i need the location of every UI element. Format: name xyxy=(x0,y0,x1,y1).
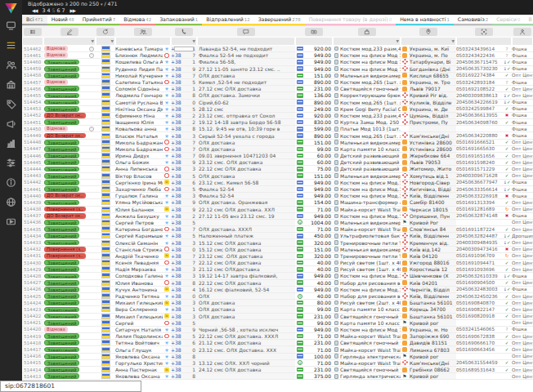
delivery-address-cell[interactable]: Корець 34700 xyxy=(409,306,456,312)
ttn-number-cell[interactable] xyxy=(456,220,502,225)
ttn-number-cell[interactable]: 0501690820918 xyxy=(456,314,502,319)
tab-повернення-товару-в-дорозі-[interactable]: Повернення товару (в дорозі)0 xyxy=(305,15,396,25)
client-phone-cell[interactable]: +38 xyxy=(171,73,187,78)
order-row-514452[interactable]: 514452ДО Возврат ок..Єфименко Ніна✳+3822… xyxy=(22,113,533,119)
client-phone-cell[interactable]: +38 xyxy=(171,59,187,65)
delivery-address-cell[interactable]: Київ 04120 xyxy=(409,253,456,259)
comment-cell[interactable]: 23.12 смс .ОЛХ доставка xyxy=(197,253,295,259)
ttn-number-cell[interactable]: 20450636677947 xyxy=(456,180,502,185)
order-row-514447[interactable]: 514447ЗавершенийМикола Бадражан+387ОЛХ д… xyxy=(22,146,533,153)
comment-cell[interactable]: 22.12 смс ОЛХ доставка xyxy=(197,280,295,286)
delivery-address-cell[interactable]: Давидів 81151 xyxy=(409,340,456,345)
product-cell[interactable]: Маленькая видеокамера SQ8 * xyxy=(340,140,401,145)
comment-cell[interactable]: ОЛХ доставка xyxy=(197,146,295,152)
order-row-514453[interactable]: 514453ЗавершенийНікітіна Оксана Дми..✳+3… xyxy=(22,106,533,113)
order-row-514414[interactable]: 514414ЗавершенийАнна Пастернакlc+38124.1… xyxy=(22,367,533,373)
sidebar-item-globe[interactable] xyxy=(0,193,22,212)
tab-сервіси[interactable]: Сервіси0 xyxy=(492,15,524,25)
ttn-number-cell[interactable]: 0501691666521 xyxy=(456,140,502,145)
product-cell[interactable]: Майка-корсет Waist Trainer *142 xyxy=(340,360,401,366)
column-filter-manager-person[interactable] xyxy=(512,37,533,46)
sidebar-item-orders-list[interactable] xyxy=(0,36,22,56)
delivery-address-cell[interactable]: Київ, Відділенн xyxy=(409,193,456,198)
order-row-514456[interactable]: 514456ЗавершенийСоломія Сідоніна✳+38127.… xyxy=(22,86,533,92)
filter-dropdown-arrow-icon[interactable]: ▼ xyxy=(396,39,399,43)
product-cell[interactable]: Светящийся гоночный трек Ma xyxy=(340,367,401,372)
last-page-button[interactable]: ▶▶ xyxy=(70,8,75,13)
ttn-number-cell[interactable] xyxy=(456,126,502,131)
ttn-number-cell[interactable]: 0501691665630 xyxy=(456,146,502,152)
client-phone-cell[interactable]: +38 xyxy=(171,119,187,125)
order-row-514455[interactable]: 514455ЗавершенийЛюдмила Гончарова✳+388ОЛ… xyxy=(22,92,533,99)
comment-cell[interactable]: 13.12 смс ОЛХ. ХХЛ чорний xyxy=(197,360,295,366)
client-phone-cell[interactable]: +38 xyxy=(171,153,187,158)
product-cell[interactable]: Майка-корсет Waist Trainer *142 xyxy=(340,226,401,232)
comment-cell[interactable]: Фиалка 52-54 не подходит xyxy=(197,52,295,58)
inline-edit-box[interactable] xyxy=(174,47,194,52)
comment-cell[interactable]: 15.12 смс ОЛХ доставка xyxy=(197,239,295,245)
order-row-514434[interactable]: 514434ЗавершенийСергей Карамышев✳+385Нал… xyxy=(22,233,533,239)
ttn-number-cell[interactable]: 0501691096709 xyxy=(456,253,502,259)
client-phone-cell[interactable]: +38 xyxy=(171,193,187,198)
product-cell[interactable]: Корректирующие брюки Hollyw xyxy=(340,92,401,98)
comment-cell[interactable]: Фиалка 52-54 xyxy=(197,186,295,192)
delivery-address-cell[interactable]: Новгород-Сівер xyxy=(409,180,456,185)
comment-cell[interactable]: 15.12. 9:45 не отв, 10:39 горе в xyxy=(197,126,295,131)
sidebar-item-statistics-chart[interactable] xyxy=(0,134,22,154)
delivery-address-cell[interactable]: Хомутець від.1 xyxy=(409,173,456,179)
comment-cell[interactable]: 23.12 смс. ОЛХ Доставка. ХХХ xyxy=(197,346,295,352)
ttn-number-cell[interactable] xyxy=(456,373,502,379)
ttn-number-cell[interactable]: 20400309838613 xyxy=(456,92,502,98)
ttn-number-cell[interactable]: 0501691281689 xyxy=(456,207,502,212)
product-cell[interactable]: Гирлянда электрическая (100 л xyxy=(340,354,401,359)
client-phone-cell[interactable]: +38 xyxy=(171,166,187,172)
order-row-514454[interactable]: 514454ЗавершенийСамотій Руслана Во..✳+38… xyxy=(22,100,533,106)
ttn-number-cell[interactable]: 0503242893184 xyxy=(456,79,502,85)
order-row-514426[interactable]: 514426ЗавершенийКучук Антонинаlc+38416.1… xyxy=(22,287,533,293)
ttn-number-cell[interactable]: 0503242599847 xyxy=(456,106,502,112)
product-cell[interactable]: Набор для рисования в темнот xyxy=(340,280,401,286)
product-cell[interactable]: Рисуй светом (2шт. x 40.00 = 80 xyxy=(340,300,401,305)
delivery-address-cell[interactable]: Київ від.142 xyxy=(409,247,456,252)
delivery-address-cell[interactable]: Кам'янське(Дні xyxy=(409,132,456,138)
order-row-514442[interactable]: 514442ЗавершенийСергієнко Ірина Ми..lc+3… xyxy=(22,180,533,186)
ttn-number-cell[interactable]: 20450636613955 xyxy=(456,113,502,118)
order-row-514461[interactable]: 514461Відмова!Близнюк Людмила ..+387Фиал… xyxy=(22,52,533,59)
delivery-address-cell[interactable]: Украина, м. Киї xyxy=(409,46,456,51)
order-row-514417[interactable]: 514417ЗавершенийОльга Глущук✳+38023.12 с… xyxy=(22,346,533,353)
product-cell[interactable]: Майка-корсет Waist Trainer *142 xyxy=(340,333,401,339)
ttn-number-cell[interactable]: 20450632874148 xyxy=(456,213,502,219)
product-cell[interactable]: Рисуй светом (1шт. x 40.00 = 40 xyxy=(340,260,401,265)
ttn-number-cell[interactable]: 0501690672838 xyxy=(456,333,502,339)
product-cell[interactable]: Рисуй светом (1шт. x 40.00 = 40 xyxy=(340,266,401,272)
filter-dropdown-arrow-icon[interactable]: ▼ xyxy=(92,39,94,43)
product-cell[interactable]: Детский развивающий констру xyxy=(340,159,401,165)
delivery-address-cell[interactable]: Украина, м. По xyxy=(409,52,456,58)
client-phone-cell[interactable]: +38 xyxy=(171,180,187,185)
tab-відправлений[interactable]: Відправлений12 xyxy=(202,15,253,25)
ttn-number-cell[interactable]: 0501692108522 xyxy=(456,86,502,91)
comment-cell[interactable]: 09.01 звернення 10471203 04 xyxy=(197,153,295,158)
client-phone-cell[interactable]: +38 xyxy=(171,100,187,105)
order-row-514457[interactable]: 514457ВідмоваСалепина Татьяна С..+385Кем… xyxy=(22,79,533,86)
column-header-order-id[interactable] xyxy=(22,26,43,37)
client-phone-cell[interactable]: +38 xyxy=(171,132,187,138)
column-filter-country-refresh[interactable]: ▼ xyxy=(96,37,115,46)
client-phone-cell[interactable]: +38 xyxy=(171,86,187,91)
product-cell[interactable]: Детский развивающий констру xyxy=(340,153,401,158)
client-phone-cell[interactable]: +38 xyxy=(171,66,187,72)
client-phone-cell[interactable]: +38 xyxy=(171,199,187,205)
product-cell[interactable]: Костюм на флисе Мод 1014 (1ш xyxy=(340,59,401,65)
order-row-514445[interactable]: 514445ЗавершенийОльга Божик✳+38923.12 см… xyxy=(22,159,533,166)
product-cell[interactable]: Куртка Замш Мод. 250 (1шт. x 8 xyxy=(340,119,401,125)
order-row-514413[interactable]: 514413ЗавершенийЯковлева Оксана✳+388375.… xyxy=(22,373,533,380)
comment-cell[interactable]: 27.12 11-05 внз 23.12 смс. 19 xyxy=(197,213,295,219)
ttn-number-cell[interactable]: 20400309484935 xyxy=(456,239,502,245)
delivery-address-cell[interactable]: Украина, м. Тро xyxy=(409,79,456,85)
comment-cell[interactable]: Кемел ,52-54 не подходит xyxy=(197,79,295,85)
comment-cell[interactable]: Чорний ,56-58 , хотела исключ xyxy=(197,327,295,332)
product-cell[interactable]: Маленькая видеокамера SQ8 * xyxy=(340,247,401,252)
client-phone-cell[interactable]: +38 xyxy=(171,233,187,238)
order-row-514432[interactable]: 514432Повернення (з..Станіслав Стрижак+3… xyxy=(22,247,533,253)
product-cell[interactable]: Платье Мод 1013 (1шт. x 599.00 xyxy=(340,126,401,131)
